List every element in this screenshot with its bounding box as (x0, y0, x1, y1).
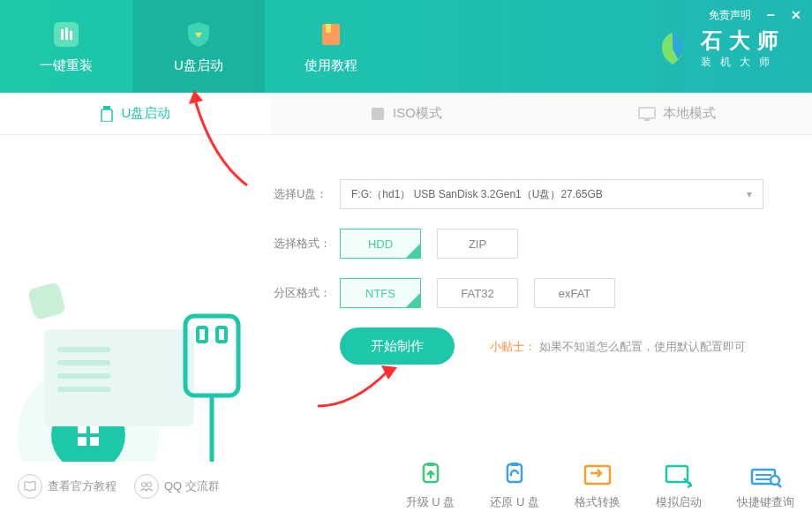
svg-rect-10 (644, 119, 650, 121)
svg-rect-31 (508, 464, 522, 482)
tab-label: 本地模式 (663, 105, 716, 122)
monitor-icon (638, 107, 656, 121)
partition-option-fat32[interactable]: FAT32 (437, 278, 518, 308)
brand-title: 石大师 (701, 26, 786, 55)
svg-rect-9 (639, 108, 655, 118)
action-simulate-boot[interactable]: 模拟启动 (656, 463, 702, 510)
link-label: 查看官方教程 (48, 478, 117, 494)
restore-icon (499, 463, 530, 489)
tab-local[interactable]: 本地模式 (541, 93, 812, 134)
action-hotkey-lookup[interactable]: 快捷键查询 (737, 463, 794, 510)
simulate-icon (663, 463, 695, 489)
tab-usb-boot[interactable]: U盘启动 (0, 93, 271, 134)
svg-point-28 (147, 483, 152, 487)
svg-rect-8 (372, 108, 384, 120)
disk-value: F:G:（hd1） USB SanDisk 3.2Gen1（U盘）27.65GB (351, 187, 603, 202)
tab-iso[interactable]: ISO模式 (271, 93, 542, 134)
qq-group-link[interactable]: QQ 交流群 (134, 474, 220, 499)
action-label: 格式转换 (575, 494, 620, 510)
header: 一键重装 U盘启动 使用教程 免责声明 – ✕ 石大师 装机大师 (0, 0, 812, 93)
disk-select[interactable]: F:G:（hd1） USB SanDisk 3.2Gen1（U盘）27.65GB… (340, 179, 763, 209)
nav-label: 一键重装 (40, 57, 93, 74)
window-controls: 免责声明 – ✕ (709, 7, 801, 23)
brand-subtitle: 装机大师 (701, 55, 786, 70)
bars-icon (50, 19, 82, 50)
main-content: 选择U盘： F:G:（hd1） USB SanDisk 3.2Gen1（U盘）2… (0, 135, 812, 462)
partition-label: 分区格式： (274, 285, 340, 301)
tab-label: U盘启动 (121, 105, 170, 122)
disk-label: 选择U盘： (274, 186, 340, 202)
action-label: 升级 U 盘 (406, 494, 455, 510)
action-upgrade-usb[interactable]: 升级 U 盘 (406, 463, 455, 510)
svg-rect-33 (585, 466, 610, 484)
svg-rect-18 (57, 347, 110, 352)
svg-rect-22 (27, 282, 66, 320)
action-restore-usb[interactable]: 还原 U 盘 (490, 463, 539, 510)
link-label: QQ 交流群 (164, 478, 220, 494)
disclaimer-link[interactable]: 免责声明 (709, 8, 751, 23)
official-tutorial-link[interactable]: 查看官方教程 (18, 474, 117, 499)
tabs: U盘启动 ISO模式 本地模式 (0, 93, 812, 135)
chevron-down-icon: ▾ (747, 188, 752, 200)
svg-rect-2 (65, 27, 68, 40)
partition-option-exfat[interactable]: exFAT (534, 278, 615, 308)
svg-rect-25 (217, 328, 226, 342)
tab-label: ISO模式 (393, 105, 442, 122)
svg-rect-15 (78, 437, 86, 446)
tip-text: 如果不知道怎么配置，使用默认配置即可 (539, 340, 746, 353)
svg-rect-1 (61, 29, 64, 40)
brand-logo-icon (653, 29, 692, 68)
format-label: 选择格式： (274, 236, 340, 252)
svg-rect-32 (511, 463, 518, 466)
brand: 石大师 装机大师 (653, 26, 786, 70)
nav-usb-boot[interactable]: U盘启动 (132, 0, 265, 93)
action-label: 快捷键查询 (737, 494, 794, 510)
svg-line-39 (778, 484, 781, 487)
usb-icon (100, 106, 114, 122)
keyboard-search-icon (750, 463, 782, 489)
book-icon (315, 19, 347, 50)
upgrade-icon (415, 463, 447, 489)
format-option-hdd[interactable]: HDD (340, 229, 421, 259)
nav-label: 使用教程 (304, 57, 357, 74)
svg-rect-24 (198, 328, 207, 342)
start-button[interactable]: 开始制作 (340, 328, 455, 365)
book-open-icon (18, 474, 42, 499)
svg-rect-20 (57, 373, 110, 379)
action-label: 模拟启动 (656, 494, 702, 510)
nav-tutorial[interactable]: 使用教程 (265, 0, 397, 93)
partition-option-ntfs[interactable]: NTFS (340, 278, 421, 308)
iso-icon (370, 106, 386, 122)
svg-rect-5 (326, 24, 331, 33)
format-option-zip[interactable]: ZIP (437, 229, 518, 259)
svg-rect-3 (70, 31, 72, 40)
action-format-convert[interactable]: 格式转换 (575, 463, 620, 510)
form-area: 选择U盘： F:G:（hd1） USB SanDisk 3.2Gen1（U盘）2… (265, 135, 812, 462)
shield-icon (183, 19, 214, 50)
svg-rect-7 (102, 109, 112, 122)
nav-reinstall[interactable]: 一键重装 (0, 0, 132, 93)
nav-label: U盘启动 (174, 57, 223, 74)
people-icon (134, 474, 159, 499)
tip-label: 小贴士： (490, 340, 536, 353)
svg-rect-21 (57, 387, 110, 392)
svg-rect-19 (57, 360, 110, 365)
minimize-button[interactable]: – (767, 7, 775, 23)
close-button[interactable]: ✕ (791, 8, 801, 22)
svg-rect-30 (427, 463, 434, 466)
bottom-bar: 查看官方教程 QQ 交流群 升级 U 盘 还原 U 盘 格式转换 模拟启动 快捷… (0, 461, 812, 512)
svg-point-27 (142, 483, 147, 487)
action-label: 还原 U 盘 (490, 494, 539, 510)
usb-illustration (0, 135, 265, 462)
svg-rect-16 (90, 437, 99, 446)
convert-icon (582, 463, 613, 489)
